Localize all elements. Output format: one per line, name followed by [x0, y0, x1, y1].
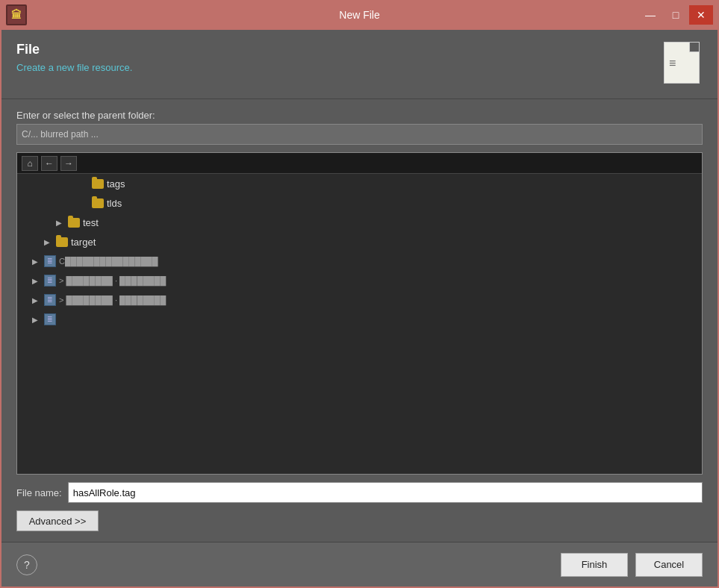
tree-item-label: > ████████ · ████████	[59, 276, 166, 285]
maximize-button[interactable]: □	[664, 5, 688, 25]
tree-item-test[interactable]: ▶ test	[17, 213, 702, 232]
title-bar-controls: — □ ✕	[638, 5, 713, 25]
tree-item-label: > ████████ · ████████	[59, 295, 166, 304]
tree-item-special-2[interactable]: ▶ ≣ > ████████ · ████████	[17, 271, 702, 290]
header-subtitle: Create a new file resource.	[16, 62, 132, 73]
content-section: Enter or select the parent folder: C/...…	[1, 99, 718, 542]
header-icon-area	[658, 42, 703, 87]
project-icon: ≣	[44, 294, 56, 306]
tree-toolbar: ⌂ ← →	[17, 153, 702, 174]
file-resource-icon	[664, 42, 700, 84]
folder-icon	[68, 218, 80, 228]
help-button[interactable]: ?	[16, 554, 37, 575]
toggle-icon	[77, 197, 89, 209]
advanced-button[interactable]: Advanced >>	[16, 510, 99, 531]
advanced-section: Advanced >>	[16, 510, 703, 531]
toggle-icon	[77, 178, 89, 190]
app-icon: 🏛	[6, 4, 27, 25]
tree-item-tlds[interactable]: tlds	[17, 193, 702, 213]
folder-icon	[92, 198, 104, 208]
tree-item-tags[interactable]: tags	[17, 174, 702, 193]
bottom-bar: ? Finish Cancel	[1, 542, 718, 587]
tree-item-target[interactable]: ▶ target	[17, 232, 702, 251]
toggle-icon: ▶	[29, 255, 41, 267]
parent-folder-input[interactable]: C/... blurred path ...	[16, 124, 703, 145]
tree-home-button[interactable]: ⌂	[22, 156, 38, 171]
tree-item-label: C████████████████	[59, 257, 158, 266]
tree-item-label: tags	[107, 178, 125, 190]
tree-browser: ⌂ ← → tags tlds	[16, 152, 703, 475]
tree-item-label: target	[71, 237, 96, 248]
header-title: File	[16, 42, 132, 57]
close-button[interactable]: ✕	[689, 5, 713, 25]
tree-item-special-1[interactable]: ▶ ≣ C████████████████	[17, 251, 702, 271]
tree-forward-button[interactable]: →	[60, 156, 77, 171]
toggle-icon: ▶	[29, 294, 41, 306]
toggle-icon: ▶	[41, 236, 53, 248]
tree-item-special-3[interactable]: ▶ ≣ > ████████ · ████████	[17, 290, 702, 310]
finish-button[interactable]: Finish	[561, 553, 628, 577]
filename-label: File name:	[16, 487, 62, 498]
filename-input[interactable]	[68, 482, 703, 503]
bottom-buttons: Finish Cancel	[561, 553, 703, 577]
tree-item-label: tlds	[107, 198, 122, 209]
tree-content[interactable]: tags tlds ▶ test	[17, 174, 702, 474]
title-bar: 🏛 New File — □ ✕	[0, 0, 719, 30]
title-bar-left: 🏛	[6, 4, 27, 25]
folder-icon	[56, 237, 68, 247]
header-text: File Create a new file resource.	[16, 42, 132, 73]
minimize-button[interactable]: —	[638, 5, 662, 25]
parent-folder-label: Enter or select the parent folder:	[16, 110, 703, 121]
filename-row: File name:	[16, 482, 703, 503]
cancel-button[interactable]: Cancel	[635, 553, 703, 577]
toggle-icon: ▶	[53, 216, 65, 228]
tree-item-label: test	[83, 217, 99, 228]
project-icon: ≣	[44, 313, 56, 325]
header-section: File Create a new file resource.	[1, 30, 718, 99]
parent-folder-section: Enter or select the parent folder: C/...…	[16, 110, 703, 145]
toggle-icon: ▶	[29, 275, 41, 287]
window-title: New File	[339, 9, 379, 21]
main-dialog: File Create a new file resource. Enter o…	[1, 30, 718, 587]
toggle-icon: ▶	[29, 313, 41, 325]
tree-item-special-4[interactable]: ▶ ≣	[17, 310, 702, 329]
folder-icon	[92, 179, 104, 189]
tree-back-button[interactable]: ←	[41, 156, 57, 171]
project-icon: ≣	[44, 275, 56, 287]
project-icon: ≣	[44, 255, 56, 267]
